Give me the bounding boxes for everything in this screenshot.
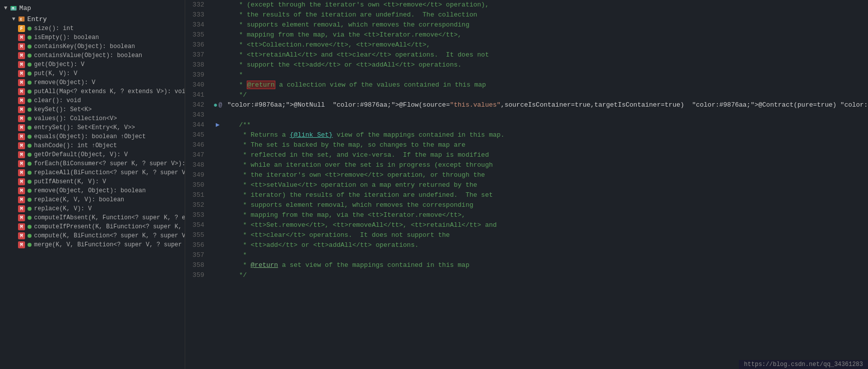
line-content: "color:#9876aa;">@NotNull "color:#9876aa… bbox=[225, 100, 868, 110]
line-content: */ bbox=[225, 90, 868, 100]
method-item[interactable]: McontainsValue(Object): boolean bbox=[0, 51, 185, 60]
line-number: 337 bbox=[185, 50, 210, 60]
line-number: 333 bbox=[185, 10, 210, 20]
code-line: 343 bbox=[185, 110, 868, 120]
tree-header-map-label: Map bbox=[20, 5, 31, 12]
method-item[interactable]: Mclear(): void bbox=[0, 96, 185, 105]
method-item[interactable]: Mget(Object): V bbox=[0, 60, 185, 69]
method-item[interactable]: MkeySet(): Set<K> bbox=[0, 105, 185, 114]
code-line: 346 * The set is backed by the map, so c… bbox=[185, 140, 868, 150]
code-line: 337 * <tt>retainAll</tt> and <tt>clear</… bbox=[185, 50, 868, 60]
code-line: 358 * @return a set view of the mappings… bbox=[185, 260, 868, 270]
left-panel: ▼ M Map ▼ E Entry Fsize(): intMisEmpty()… bbox=[0, 0, 185, 369]
status-bar: https://blog.csdn.net/qq_34361283 bbox=[739, 360, 868, 369]
method-item[interactable]: Mmerge(K, V, BiFunction<? super V, ? sup… bbox=[0, 240, 185, 249]
line-number: 350 bbox=[185, 180, 210, 190]
line-content: * bbox=[225, 70, 868, 80]
code-line: 334 * supports element removal, which re… bbox=[185, 20, 868, 30]
method-item[interactable]: McomputeIfPresent(K, BiFunction<? super … bbox=[0, 222, 185, 231]
line-content: * <tt>clear</tt> operations. It does not… bbox=[225, 230, 868, 240]
code-line: 351 * iterator) the results of the itera… bbox=[185, 190, 868, 200]
line-number: 353 bbox=[185, 210, 210, 220]
line-content: * <tt>add</tt> or <tt>addAll</tt> operat… bbox=[225, 240, 868, 250]
line-content: * Returns a {@link Set} view of the mapp… bbox=[225, 130, 868, 140]
line-content: * <tt>retainAll</tt> and <tt>clear</tt> … bbox=[225, 50, 868, 60]
line-number: 332 bbox=[185, 0, 210, 10]
line-content: * @return a collection view of the value… bbox=[225, 80, 868, 90]
method-item[interactable]: MhashCode(): int ↑Object bbox=[0, 141, 185, 150]
tree-header-map[interactable]: ▼ M Map bbox=[0, 2, 185, 14]
line-content: * (except through the iterator's own <tt… bbox=[225, 0, 868, 10]
method-item[interactable]: MforEach(BiConsumer<? super K, ? super V… bbox=[0, 159, 185, 168]
code-line: 332 * (except through the iterator's own… bbox=[185, 0, 868, 10]
code-line: 349 * the iterator's own <tt>remove</tt>… bbox=[185, 170, 868, 180]
highlighted-return: @return bbox=[247, 81, 275, 89]
code-line: 353 * mapping from the map, via the <tt>… bbox=[185, 210, 868, 220]
line-content: * @return a set view of the mappings con… bbox=[225, 260, 868, 270]
method-item[interactable]: Fsize(): int bbox=[0, 24, 185, 33]
method-item[interactable]: McomputeIfAbsent(K, Function<? super K, … bbox=[0, 213, 185, 222]
line-content: * the results of the iteration are undef… bbox=[225, 10, 868, 20]
line-number: 344 bbox=[185, 120, 210, 130]
code-line: 341 */ bbox=[185, 90, 868, 100]
gutter-javadoc-icon: ▶ bbox=[216, 120, 220, 130]
method-item[interactable]: Mremove(Object, Object): boolean bbox=[0, 186, 185, 195]
code-line: 339 * bbox=[185, 70, 868, 80]
line-number: 345 bbox=[185, 130, 210, 140]
method-item[interactable]: Mequals(Object): boolean ↑Object bbox=[0, 132, 185, 141]
method-item[interactable]: MisEmpty(): boolean bbox=[0, 33, 185, 42]
method-item[interactable]: MreplaceAll(BiFunction<? super K, ? supe… bbox=[0, 168, 185, 177]
line-number: 346 bbox=[185, 140, 210, 150]
line-content: * while an iteration over the set is in … bbox=[225, 160, 868, 170]
line-content: * support the <tt>add</tt> or <tt>addAll… bbox=[225, 60, 868, 70]
method-item[interactable]: MentrySet(): Set<Entry<K, V>> bbox=[0, 123, 185, 132]
line-content: * <tt>Set.remove</tt>, <tt>removeAll</tt… bbox=[225, 220, 868, 230]
entry-arrow: ▼ bbox=[12, 16, 16, 22]
tree-entry-label: Entry bbox=[28, 16, 47, 23]
method-item[interactable]: Mreplace(K, V, V): boolean bbox=[0, 195, 185, 204]
method-item[interactable]: Mreplace(K, V): V bbox=[0, 204, 185, 213]
map-icon: M bbox=[10, 4, 18, 12]
svg-text:E: E bbox=[20, 18, 22, 22]
method-item[interactable]: MputIfAbsent(K, V): V bbox=[0, 177, 185, 186]
gutter-icon-at: @ bbox=[219, 100, 222, 110]
line-content: * <tt>Collection.remove</tt>, <tt>remove… bbox=[225, 40, 868, 50]
code-line: 356 * <tt>add</tt> or <tt>addAll</tt> op… bbox=[185, 240, 868, 250]
code-line: 344▶ /** bbox=[185, 120, 868, 130]
line-number: 338 bbox=[185, 60, 210, 70]
line-number: 341 bbox=[185, 90, 210, 100]
right-panel[interactable]: 332 * (except through the iterator's own… bbox=[185, 0, 868, 369]
line-number: 339 bbox=[185, 70, 210, 80]
line-number: 347 bbox=[185, 150, 210, 160]
line-content: */ bbox=[225, 270, 868, 280]
code-area: 332 * (except through the iterator's own… bbox=[185, 0, 868, 280]
code-line: 342●@"color:#9876aa;">@NotNull "color:#9… bbox=[185, 100, 868, 110]
line-content: * supports element removal, which remove… bbox=[225, 200, 868, 210]
method-item[interactable]: Mcompute(K, BiFunction<? super K, ? supe… bbox=[0, 231, 185, 240]
code-line: 350 * <tt>setValue</tt> operation on a m… bbox=[185, 180, 868, 190]
code-line: 357 * bbox=[185, 250, 868, 260]
methods-list: Fsize(): intMisEmpty(): booleanMcontains… bbox=[0, 24, 185, 249]
method-item[interactable]: Mvalues(): Collection<V> bbox=[0, 114, 185, 123]
line-number: 357 bbox=[185, 250, 210, 260]
method-item[interactable]: Mremove(Object): V bbox=[0, 78, 185, 87]
method-item[interactable]: Mput(K, V): V bbox=[0, 69, 185, 78]
line-number: 349 bbox=[185, 170, 210, 180]
method-item[interactable]: McontainsKey(Object): boolean bbox=[0, 42, 185, 51]
code-line: 345 * Returns a {@link Set} view of the … bbox=[185, 130, 868, 140]
method-item[interactable]: MputAll(Map<? extends K, ? extends V>): … bbox=[0, 87, 185, 96]
method-item[interactable]: MgetOrDefault(Object, V): V bbox=[0, 150, 185, 159]
line-content: * supports element removal, which remove… bbox=[225, 20, 868, 30]
code-line: 352 * supports element removal, which re… bbox=[185, 200, 868, 210]
tree-entry-entry[interactable]: ▼ E Entry bbox=[0, 14, 185, 24]
line-content: * reflected in the set, and vice-versa. … bbox=[225, 150, 868, 160]
line-number: 340 bbox=[185, 80, 210, 90]
entry-icon: E bbox=[18, 15, 26, 23]
line-number: 351 bbox=[185, 190, 210, 200]
line-number: 334 bbox=[185, 20, 210, 30]
line-content: * the iterator's own <tt>remove</tt> ope… bbox=[225, 170, 868, 180]
line-content: * bbox=[225, 250, 868, 260]
line-content: * mapping from the map, via the <tt>Iter… bbox=[225, 210, 868, 220]
line-number: 359 bbox=[185, 270, 210, 280]
line-number: 348 bbox=[185, 160, 210, 170]
